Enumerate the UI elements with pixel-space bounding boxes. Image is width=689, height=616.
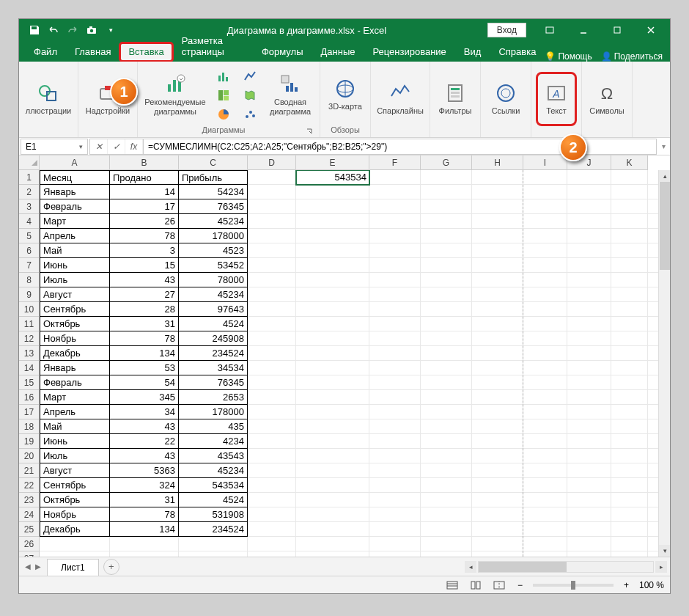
cell[interactable]: 531908 [179,507,248,522]
sheet-next-icon[interactable]: ▶ [35,562,41,571]
zoom-thumb[interactable] [571,581,575,590]
tab-view[interactable]: Вид [455,43,490,62]
col-header-D[interactable]: D [248,155,296,170]
row-header-21[interactable]: 21 [19,463,40,478]
formula-expand-icon[interactable]: ▾ [657,142,670,150]
cell[interactable]: 4524 [179,317,248,331]
row-header-16[interactable]: 16 [19,390,40,405]
row-header-24[interactable]: 24 [19,507,40,522]
row-header-12[interactable]: 12 [19,331,40,346]
row-header-20[interactable]: 20 [19,449,40,463]
cell[interactable]: 76345 [179,375,248,390]
row-header-7[interactable]: 7 [19,258,40,273]
sheet-prev-icon[interactable]: ◀ [25,562,31,571]
row-header-14[interactable]: 14 [19,361,40,375]
illustrations-button[interactable]: ллюстрации [23,72,73,126]
sparklines-button[interactable]: Спарклайны [375,72,425,126]
undo-icon[interactable] [45,22,62,38]
cell[interactable]: Май [40,243,110,258]
row-header-2[interactable]: 2 [19,185,40,199]
row-header-22[interactable]: 22 [19,478,40,493]
ribbon-display-icon[interactable] [534,19,566,41]
cell[interactable]: 15 [110,258,179,273]
recommended-charts-button[interactable]: Рекомендуемые диаграммы [142,67,208,122]
col-header-E[interactable]: E [296,155,369,170]
redo-icon[interactable] [65,22,81,38]
row-header-5[interactable]: 5 [19,229,40,243]
maximize-icon[interactable] [601,19,633,41]
cell[interactable]: Сентябрь [40,478,110,493]
cell[interactable]: 345 [110,390,179,405]
links-button[interactable]: Ссылки [485,72,526,126]
row-header-27[interactable]: 27 [19,551,40,557]
cell[interactable]: 234524 [179,522,248,537]
cell[interactable]: Февраль [40,199,110,214]
tab-home[interactable]: Главная [66,43,119,62]
cell[interactable]: 54 [110,375,179,390]
cell[interactable]: Сентябрь [40,302,110,317]
cell[interactable]: 22 [110,434,179,449]
cell[interactable]: Ноябрь [40,331,110,346]
row-header-11[interactable]: 11 [19,317,40,331]
cell[interactable]: 43543 [179,449,248,463]
cell[interactable]: 31 [110,317,179,331]
tab-data[interactable]: Данные [312,43,364,62]
qat-customize-icon[interactable]: ▾ [103,22,119,38]
cell[interactable]: 2653 [179,390,248,405]
cell[interactable]: 324 [110,478,179,493]
cell[interactable]: 5363 [110,463,179,478]
row-header-17[interactable]: 17 [19,405,40,419]
cell[interactable]: 45234 [179,463,248,478]
hscroll-track[interactable] [478,561,654,573]
tab-pagelayout[interactable]: Разметка страницы [173,32,253,62]
row-headers[interactable]: 1234567891011121314151617181920212223242… [19,170,40,557]
cell[interactable]: 31 [110,493,179,507]
minimize-icon[interactable] [567,19,600,41]
cell[interactable]: 543534 [296,170,369,185]
camera-icon[interactable] [84,22,100,38]
row-header-15[interactable]: 15 [19,375,40,390]
cell[interactable]: 43 [110,419,179,434]
filters-button[interactable]: Фильтры [435,72,476,126]
col-header-H[interactable]: H [472,155,523,170]
cell[interactable]: 435 [179,419,248,434]
row-header-26[interactable]: 26 [19,537,40,551]
fx-icon[interactable]: fx [125,139,143,154]
pagelayout-view-icon[interactable] [468,579,484,592]
name-box[interactable]: E1 ▾ [21,139,88,155]
name-box-dropdown-icon[interactable]: ▾ [79,143,83,150]
col-header-I[interactable]: I [523,155,567,170]
sheet-nav[interactable]: ◀▶ [19,562,47,571]
cell[interactable]: 43 [110,273,179,287]
vertical-scrollbar[interactable]: ▴ ▾ [658,170,670,557]
scroll-right-icon[interactable]: ▸ [655,561,667,573]
cell[interactable]: 134 [110,346,179,361]
zoom-value[interactable]: 100 % [639,580,664,590]
row-header-10[interactable]: 10 [19,302,40,317]
map-chart-icon[interactable] [239,87,261,103]
row-header-9[interactable]: 9 [19,287,40,302]
col-header-A[interactable]: A [40,155,110,170]
cell[interactable]: 234524 [179,346,248,361]
cell[interactable]: 43 [110,449,179,463]
cell[interactable]: 27 [110,287,179,302]
text-button[interactable]: A Текст [536,72,577,126]
zoom-slider[interactable] [533,584,614,587]
cell[interactable]: Декабрь [40,346,110,361]
cell[interactable]: Июнь [40,434,110,449]
cell[interactable]: 4524 [179,493,248,507]
tab-review[interactable]: Рецензирование [364,43,454,62]
cells-area[interactable]: МесяцПроданоПрибыльЯнварь1454234Февраль1… [40,170,670,557]
enter-formula-icon[interactable]: ✓ [108,139,125,154]
cell[interactable]: 34 [110,405,179,419]
normal-view-icon[interactable] [444,579,460,592]
cell[interactable]: Месяц [40,170,110,185]
row-header-6[interactable]: 6 [19,243,40,258]
sheet-tab[interactable]: Лист1 [47,559,99,576]
cell[interactable]: 14 [110,185,179,199]
cell[interactable]: Май [40,419,110,434]
share-button[interactable]: 👤Поделиться [601,51,663,62]
zoom-out-button[interactable]: − [515,580,526,590]
row-header-1[interactable]: 1 [19,170,40,185]
charts-dialog-launcher-icon[interactable] [305,127,314,136]
